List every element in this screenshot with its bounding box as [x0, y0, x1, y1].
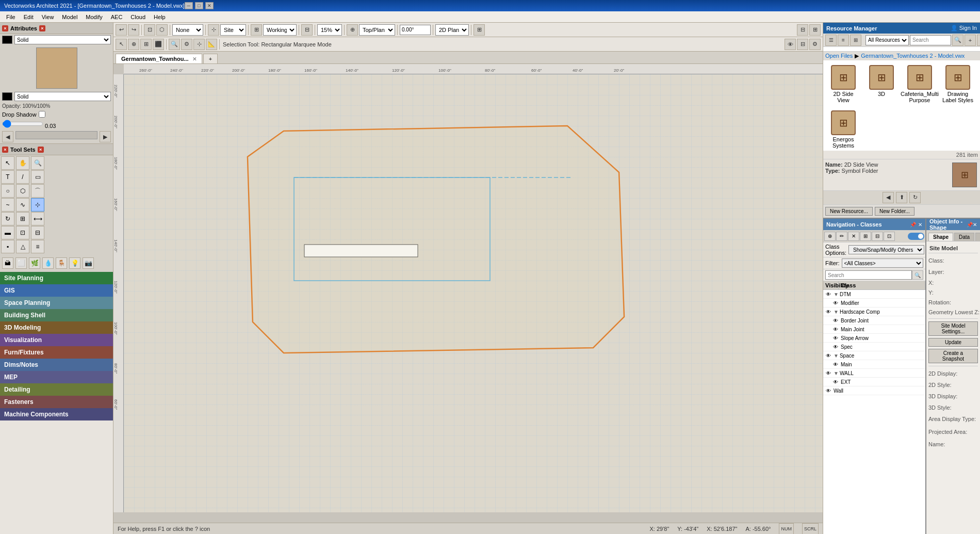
- nc-vis-dtm-modifier[interactable]: 👁: [831, 299, 840, 306]
- menu-edit[interactable]: Edit: [20, 13, 38, 21]
- canvas-tab-add[interactable]: +: [203, 54, 218, 63]
- oi-create-snapshot-btn[interactable]: Create a Snapshot: [928, 349, 978, 363]
- rm-list-view[interactable]: ☰: [825, 35, 837, 46]
- nc-row-hardscape[interactable]: 👁 ▼ Hardscape Comp: [823, 308, 925, 316]
- tool-circle[interactable]: ○: [1, 184, 14, 198]
- rm-import-btn[interactable]: ⊞: [977, 35, 980, 46]
- tb2-snap[interactable]: ⊹: [193, 39, 205, 50]
- tb-working[interactable]: ⊞: [251, 24, 262, 36]
- rm-new-folder-btn[interactable]: New Folder...: [875, 207, 914, 216]
- tb2-nodes[interactable]: ⊞: [140, 39, 152, 50]
- attr-prev-btn[interactable]: ◀: [2, 131, 13, 142]
- nav-furn-fixtures[interactable]: Furn/Fixtures: [0, 346, 113, 359]
- drop-shadow-slider[interactable]: [2, 120, 43, 128]
- nav-machine-components[interactable]: Machine Components: [0, 408, 113, 420]
- tool-site[interactable]: 🏔: [2, 257, 13, 269]
- canvas-drawing-area[interactable]: [124, 74, 823, 512]
- site-model-shape[interactable]: [124, 74, 823, 512]
- nav-building-shell[interactable]: Building Shell: [0, 309, 113, 321]
- tb-2d-view[interactable]: ⊡: [144, 24, 155, 36]
- tool-select[interactable]: ↖: [1, 156, 14, 170]
- nav-mep[interactable]: MEP: [0, 371, 113, 383]
- rm-nav-up[interactable]: ⬆: [896, 192, 907, 203]
- oi-tab-render[interactable]: Render: [975, 233, 980, 241]
- nc-btn-del[interactable]: ✕: [848, 232, 859, 241]
- rm-filter-select[interactable]: All Resources: [865, 35, 909, 45]
- render-select[interactable]: 2D Plan: [435, 24, 469, 36]
- nc-vis-main[interactable]: 👁: [831, 361, 840, 368]
- rm-file-3d[interactable]: ⊞ 3D: [863, 62, 900, 106]
- oi-pin[interactable]: 📌: [967, 222, 973, 228]
- nc-btn-import[interactable]: ⊟: [872, 232, 883, 241]
- nc-row-main-joint[interactable]: 👁 Main Joint: [823, 325, 925, 334]
- tool-irrigation[interactable]: 💧: [42, 257, 54, 269]
- tb2-class-vis[interactable]: ⊟: [797, 39, 808, 50]
- tool-mirror[interactable]: ⊞: [16, 212, 29, 225]
- tb-full-screen[interactable]: ⊟: [797, 24, 808, 36]
- tool-nurbs[interactable]: ∿: [16, 198, 29, 212]
- tb2-measure[interactable]: 📐: [206, 39, 217, 50]
- menu-file[interactable]: File: [2, 13, 20, 21]
- nav-detailing[interactable]: Detailing: [0, 383, 113, 396]
- tool-bezier[interactable]: ~: [1, 198, 14, 212]
- drop-shadow-checkbox[interactable]: [39, 111, 45, 118]
- menu-cloud[interactable]: Cloud: [126, 13, 150, 21]
- nav-dims-notes[interactable]: Dims/Notes: [0, 359, 113, 371]
- oi-site-model-settings-btn[interactable]: Site Model Settings...: [928, 321, 978, 336]
- tool-hardscape[interactable]: ⬜: [15, 257, 27, 269]
- nav-fasteners[interactable]: Fasteners: [0, 396, 113, 408]
- tool-light[interactable]: 💡: [69, 257, 80, 269]
- nc-btn-new[interactable]: ⊕: [824, 232, 836, 241]
- fill-style-select[interactable]: Solid: [14, 35, 111, 44]
- tool-marquee[interactable]: ⊹: [31, 198, 44, 212]
- rm-new-resource-btn[interactable]: New Resource...: [825, 207, 873, 216]
- rotation-input[interactable]: [400, 25, 431, 35]
- rm-bread-2[interactable]: Germantown_Townhouses 2 - Model.vwx: [861, 53, 965, 59]
- nc-row-border-joint[interactable]: 👁 Border Joint: [823, 316, 925, 325]
- canvas-tab-close[interactable]: ✕: [192, 56, 197, 62]
- tool-line[interactable]: /: [16, 170, 29, 184]
- rm-sign-in[interactable]: 👤 Sign In: [951, 25, 977, 31]
- canvas[interactable]: 260'-0" 240'-0" 220'-0" 200'-0" 180'-0" …: [113, 64, 823, 523]
- nc-row-ext[interactable]: 👁 EXT: [823, 378, 925, 386]
- attr-next-btn[interactable]: ▶: [100, 131, 111, 142]
- nc-vis-hardscape[interactable]: 👁: [824, 308, 832, 315]
- oi-tab-shape[interactable]: Shape: [928, 233, 953, 241]
- tool-floor[interactable]: ▪: [1, 240, 14, 253]
- oi-close[interactable]: ✕: [973, 222, 977, 228]
- line-color-swatch[interactable]: [2, 92, 12, 101]
- nav-site-planning[interactable]: Site Planning: [0, 272, 113, 284]
- tool-pan[interactable]: ✋: [16, 156, 29, 170]
- tool-furn[interactable]: 🪑: [56, 257, 67, 269]
- nc-row-space[interactable]: 👁 ▼ Space: [823, 351, 925, 360]
- tb-snapping[interactable]: ⊹: [208, 24, 219, 36]
- nc-row-dtm-modifier[interactable]: 👁 Modifier: [823, 299, 925, 308]
- nc-vis-wall-single[interactable]: 👁: [824, 387, 832, 394]
- nc-btn-export[interactable]: ⊡: [884, 232, 895, 241]
- nc-row-slope-arrow[interactable]: 👁 Slope Arrow: [823, 334, 925, 343]
- nc-row-wall-single[interactable]: 👁 Wall: [823, 386, 925, 395]
- nc-btn-edit[interactable]: ✏: [836, 232, 847, 241]
- nav-3d-modeling[interactable]: 3D Modeling: [0, 321, 113, 334]
- fill-color-swatch[interactable]: [2, 36, 12, 44]
- rm-add-btn[interactable]: +: [965, 35, 976, 46]
- tb2-arrow[interactable]: ↖: [116, 39, 127, 50]
- num-lock-btn[interactable]: NUM: [779, 523, 794, 535]
- tool-camera[interactable]: 📷: [83, 257, 94, 269]
- tb-undo[interactable]: ↩: [116, 24, 127, 36]
- tb-view-top[interactable]: ⊕: [347, 24, 358, 36]
- rm-search-btn[interactable]: 🔍: [952, 35, 963, 46]
- fill-color-preview[interactable]: [36, 47, 77, 89]
- nc-vis-spec[interactable]: 👁: [831, 343, 840, 350]
- toolsets-close-button[interactable]: ×: [2, 147, 8, 153]
- tb2-connect[interactable]: ⊕: [128, 39, 139, 50]
- tool-wall[interactable]: ▬: [1, 226, 14, 239]
- nc-vis-main-joint[interactable]: 👁: [831, 326, 840, 333]
- tool-text[interactable]: T: [1, 170, 14, 184]
- nc-search-input[interactable]: [825, 270, 912, 280]
- nc-row-spec[interactable]: 👁 Spec: [823, 343, 925, 351]
- nc-filter-select[interactable]: <All Classes>: [842, 258, 924, 268]
- rm-nav-refresh[interactable]: ↻: [909, 192, 921, 203]
- nav-gis[interactable]: GIS: [0, 284, 113, 297]
- tool-door[interactable]: ⊡: [16, 226, 29, 239]
